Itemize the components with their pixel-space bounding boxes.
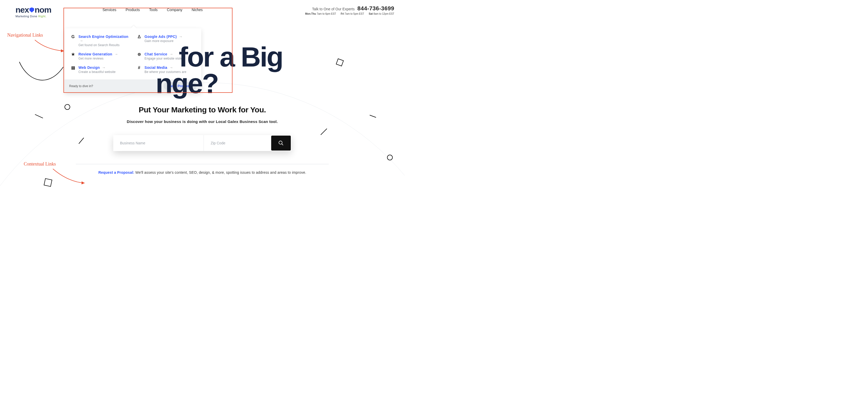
contact-phone[interactable]: 844-736-3699 [358, 5, 394, 11]
business-name-input[interactable] [113, 135, 204, 151]
annotation-ctx-label: Contextual Links [24, 161, 56, 167]
nav-services[interactable]: Services [102, 8, 116, 12]
hours-day: Sat [369, 12, 373, 15]
tagline-highlight: Right. [38, 15, 46, 18]
proposal-line: Request a Proposal: We'll assess your si… [0, 170, 405, 174]
logo[interactable]: nex nom Marketing Done Right. [16, 5, 51, 18]
nav-niches[interactable]: Niches [192, 8, 203, 12]
hours-day: Mon-Thu [305, 12, 316, 15]
search-icon [278, 140, 284, 146]
hours-day: Fri [341, 12, 344, 15]
hours-time: 8am to 12pm EST [373, 12, 394, 15]
request-proposal-link[interactable]: Request a Proposal: [98, 170, 134, 174]
hours-time: 7am to 5pm EST [345, 12, 364, 15]
nav-company[interactable]: Company [167, 8, 182, 12]
hero-line2-fragment: nge? [156, 70, 218, 97]
nav-tools[interactable]: Tools [149, 8, 158, 12]
ads-icon: ᐃ [137, 35, 142, 39]
shield-icon [29, 7, 34, 13]
contact-block: Talk to One of Our Experts 844-736-3699 … [305, 5, 394, 15]
dropdown-item-title: Search Engine Optimization → [79, 35, 129, 43]
search-button[interactable] [271, 136, 291, 150]
hero: for a Big nge? Put Your Marketing to Wor… [0, 44, 405, 174]
proposal-text: We'll assess your site's content, SEO, d… [134, 170, 306, 174]
hero-desc: Discover how your business is doing with… [0, 119, 405, 124]
contact-talk: Talk to One of Our Experts [312, 7, 355, 11]
nav-products[interactable]: Products [126, 8, 140, 12]
business-scan-form [113, 135, 291, 151]
logo-right: nom [35, 5, 51, 15]
dropdown-item-title: Google Ads (PPC) → [145, 35, 182, 39]
hours-time: 7am to 6pm EST [317, 12, 336, 15]
logo-word: nex nom [16, 5, 51, 15]
dropdown-item-sub: Gain more exposure [145, 39, 182, 43]
hero-line1: for a Big [179, 44, 283, 70]
zip-code-input[interactable] [204, 135, 271, 151]
deco-square [43, 178, 52, 186]
divider [76, 164, 329, 164]
site-header: nex nom Marketing Done Right. Services P… [0, 5, 405, 18]
arrow-right-icon: → [80, 39, 83, 43]
tagline-prefix: Marketing Done [16, 15, 38, 18]
svg-line-1 [282, 144, 283, 145]
svg-point-0 [279, 141, 282, 144]
annotation-nav-label: Navigational Links [7, 33, 43, 38]
contact-hours: Mon-Thu 7am to 6pm EST Fri 7am to 5pm ES… [305, 12, 394, 15]
arrow-right-icon: → [179, 35, 182, 39]
logo-left: nex [16, 5, 29, 15]
hero-subhead: Put Your Marketing to Work for You. [0, 105, 405, 114]
logo-tagline: Marketing Done Right. [16, 15, 51, 18]
google-icon: G [71, 35, 75, 39]
main-nav: Services Products Tools Company Niches [102, 5, 203, 12]
